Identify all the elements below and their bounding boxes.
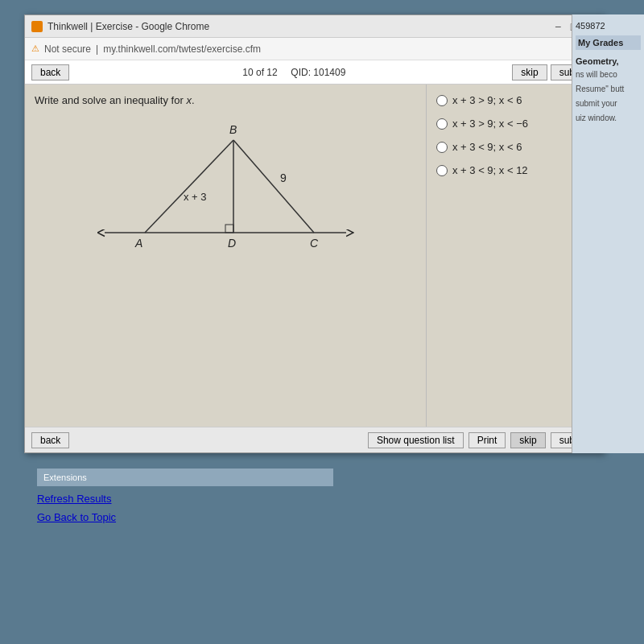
title-bar-left: Thinkwell | Exercise - Google Chrome — [31, 21, 209, 32]
panel-text-1: ns will beco — [576, 69, 641, 80]
back-button[interactable]: back — [31, 64, 69, 80]
answer-text-4[interactable]: x + 3 < 9; x < 12 — [452, 164, 528, 176]
my-grades-label: My Grades — [576, 35, 641, 50]
extensions-bar: Extensions — [37, 469, 333, 486]
label-a: A — [134, 237, 142, 250]
exercise-toolbar: back 10 of 12 QID: 101409 skip submit — [25, 60, 603, 85]
label-b: B — [229, 123, 237, 136]
label-d: D — [228, 237, 236, 250]
refresh-results-link[interactable]: Refresh Results — [37, 493, 333, 505]
question-panel: Write and solve an inequality for x. — [25, 85, 426, 427]
main-content: Write and solve an inequality for x. — [25, 85, 603, 427]
url-separator: | — [96, 43, 98, 55]
answer-choice-3: x + 3 < 9; x < 6 — [436, 141, 593, 153]
show-question-list-button[interactable]: Show question list — [368, 432, 464, 448]
triangle-diagram: B A D C 9 x + 3 — [35, 116, 416, 277]
address-bar: ⚠ Not secure | my.thinkwell.com/twtest/e… — [25, 38, 603, 60]
answer-text-2[interactable]: x + 3 > 9; x < −6 — [452, 118, 528, 130]
skip-button[interactable]: skip — [512, 64, 547, 80]
radio-1[interactable] — [436, 95, 448, 106]
favicon-icon — [31, 21, 43, 32]
panel-text-3: submit your — [576, 98, 641, 109]
label-c: C — [310, 237, 319, 250]
label-x3: x + 3 — [184, 191, 207, 203]
security-warning-text: Not secure — [44, 43, 91, 55]
panel-text-4: uiz window. — [576, 113, 641, 124]
svg-rect-4 — [225, 225, 233, 233]
go-back-to-topic-link[interactable]: Go Back to Topic — [37, 511, 333, 523]
answer-text-1[interactable]: x + 3 > 9; x < 6 — [452, 94, 522, 106]
label-9: 9 — [280, 171, 287, 184]
security-warning-icon: ⚠ — [31, 43, 39, 54]
svg-line-1 — [145, 140, 233, 233]
answer-choice-1: x + 3 > 9; x < 6 — [436, 94, 593, 106]
url-display[interactable]: my.thinkwell.com/twtest/exercise.cfm — [103, 43, 261, 55]
title-bar: Thinkwell | Exercise - Google Chrome − □… — [25, 15, 603, 38]
panel-text-2: Resume" butt — [576, 84, 641, 95]
radio-2[interactable] — [436, 118, 448, 130]
chrome-window: Thinkwell | Exercise - Google Chrome − □… — [24, 14, 604, 453]
answer-text-3[interactable]: x + 3 < 9; x < 6 — [452, 141, 522, 153]
radio-3[interactable] — [436, 142, 448, 153]
answer-choice-2: x + 3 > 9; x < −6 — [436, 118, 593, 130]
quiz-id: 459872 — [576, 21, 641, 31]
minimize-button[interactable]: − — [551, 20, 564, 33]
answer-choice-4: x + 3 < 9; x < 12 — [436, 164, 593, 176]
right-side-panel: 459872 My Grades Geometry, ns will beco … — [572, 14, 644, 453]
bottom-skip-button[interactable]: skip — [510, 432, 545, 448]
geometry-label: Geometry, — [576, 56, 641, 66]
bottom-toolbar: back Show question list Print skip submi… — [25, 427, 603, 452]
progress-indicator: 10 of 12 QID: 101409 — [76, 67, 512, 78]
svg-line-2 — [233, 140, 314, 233]
window-title: Thinkwell | Exercise - Google Chrome — [47, 21, 209, 32]
extensions-label: Extensions — [43, 473, 87, 482]
bottom-web-area: Extensions Refresh Results Go Back to To… — [24, 459, 346, 539]
print-button[interactable]: Print — [469, 432, 506, 448]
bottom-back-button[interactable]: back — [31, 432, 69, 448]
radio-4[interactable] — [436, 165, 448, 176]
question-text: Write and solve an inequality for x. — [35, 94, 416, 106]
triangle-svg: B A D C 9 x + 3 — [97, 116, 354, 277]
